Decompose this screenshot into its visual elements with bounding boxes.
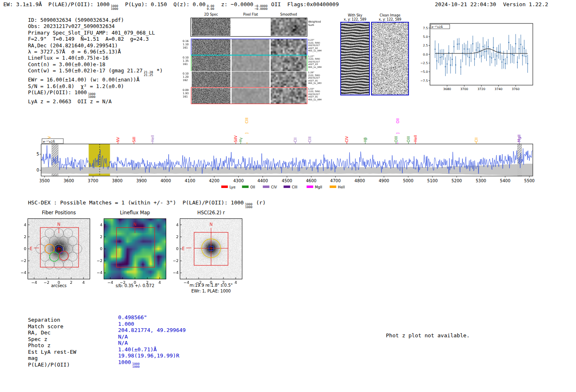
info-line: LyA z = 2.0663 OII z = N/A — [28, 98, 163, 104]
fiber-weights-label: 0.161.10161 — [183, 39, 190, 49]
data-point — [486, 51, 487, 52]
match-row: P(LAE)/P(OII)100010001000 — [28, 362, 186, 371]
x-tick-label: 4100 — [185, 179, 195, 183]
legend-label: CIV — [271, 185, 277, 189]
data-point — [489, 56, 490, 58]
text-segment: 19.98(19.96,19.99)R — [118, 353, 179, 359]
catalog-match-table: Separation0.498566"Match score1.000RA, D… — [28, 317, 186, 371]
meta-line: 1.53" — [308, 88, 327, 90]
match-row: RA, Dec204.821774, 49.299649 — [28, 329, 186, 336]
data-point — [502, 62, 503, 63]
report-datetime: 2024-10-21 22:04:30 — [435, 1, 496, 7]
data-point — [503, 59, 504, 60]
y-tick-label: 2 — [19, 234, 26, 239]
frac-bottom: 1000 — [111, 7, 118, 10]
legend-swatch — [330, 186, 336, 188]
text-segment: 0.498566" — [118, 314, 147, 320]
match-key: Separation — [28, 317, 118, 323]
extraction-box — [116, 227, 155, 267]
line-marker-label: MgII — [517, 135, 521, 142]
x-tick-label: −4 — [182, 280, 190, 285]
data-point — [495, 59, 496, 60]
pixel-flat-image — [232, 56, 269, 71]
line-marker-label: CIII — [308, 137, 312, 142]
line-marker-label: OIII — [406, 136, 411, 142]
data-point — [467, 49, 468, 50]
y-tick-label: 5 — [37, 152, 39, 156]
stacked-fraction: 0.000.00 — [207, 5, 214, 10]
text-segment: 204.821774, 49.299649 — [118, 327, 186, 333]
text-segment: *) — [153, 67, 163, 74]
text-segment: S/N = 1.6(±0.8) χ² = 1.2(±0.0) — [28, 83, 124, 89]
weight-line: 161 — [183, 46, 190, 49]
meta-line: 20231217 — [308, 60, 327, 63]
line-marker-label: CIV — [345, 136, 349, 142]
compass-north-label: N — [57, 222, 60, 227]
pixel-flat-image — [232, 39, 269, 55]
line-marker-label: HeII — [151, 135, 155, 142]
data-point — [469, 57, 470, 58]
info-line: Cont(w) = 1.50(±0.02)e-17 (gmag 21.2721.… — [28, 67, 163, 77]
weighted-smoothed-image — [271, 18, 307, 36]
x-tick-label: 4300 — [233, 179, 244, 183]
x-tick-label: 0 — [207, 280, 215, 285]
x-tick-label: 4000 — [160, 179, 171, 183]
frac-bottom: 0.00 — [207, 7, 214, 10]
line-marker-label: NV — [116, 137, 120, 142]
data-point — [434, 49, 436, 50]
meta-line: (122, 589) — [308, 42, 327, 44]
line-marker-label: CII — [293, 137, 297, 142]
line-marker-label: CIII — [245, 118, 249, 123]
cutout-panel: NE — [28, 218, 90, 279]
legend-swatch — [307, 186, 313, 188]
text-segment: 1.000 — [118, 321, 134, 327]
x-tick-label: 2 — [67, 280, 75, 285]
x-tick-label: 4 — [156, 280, 164, 285]
data-point — [436, 60, 437, 62]
y-tick-label: 0.0 — [423, 53, 428, 56]
clean-image — [371, 22, 409, 95]
fiber-meta-label: 1.53"(122, 589)20231217v027_01401_LL_064 — [308, 88, 327, 101]
cyan-divider-line — [191, 55, 307, 56]
weight-line: 0.10 — [183, 72, 190, 75]
info-line: EWr = 16.00(±14.00) (w: 0.00(±nan))Å — [28, 77, 163, 83]
match-value: N/A — [118, 340, 128, 346]
summary-header-line: EW: 3.1±1.9Å P(LAE)/P(OII): 100010001000… — [3, 1, 339, 10]
meta-line: v027_01 — [308, 95, 327, 98]
data-point — [465, 54, 467, 56]
stacked-fraction: 10001000 — [111, 5, 118, 10]
frac-bottom: 1000 — [245, 206, 252, 209]
with-sky-title: With Sky — [340, 14, 370, 17]
fiber-2d-spec-image — [192, 88, 230, 104]
fiber-positions-title: Fiber Positions — [28, 210, 90, 216]
x-tick-label: 5000 — [403, 179, 413, 183]
match-key: Est LyA rest-EW — [28, 349, 118, 355]
photz-note: Phot z plot not available. — [386, 332, 470, 339]
info-line: RA,Dec (204.821640,49.299541) — [28, 42, 163, 49]
info-line: F=2.9" T=0.149 N̄=1.51 A=0.82 g=24.3 — [28, 36, 163, 42]
stacked-fraction: −0.0000−0.0000 — [255, 5, 268, 10]
error-band — [41, 164, 533, 176]
info-line: P(LAE)/P(OII): 100010001000 — [28, 89, 163, 98]
y-tick-label: 0 — [37, 168, 39, 172]
meta-line: 0.23" — [308, 39, 327, 42]
y-tick-label: 0 — [171, 246, 179, 251]
text-segment: P(LAE)/P(OII): 1000 — [28, 89, 87, 95]
text-segment: P(Lyα): 0.150 Q(z): 0.00 — [118, 1, 205, 7]
data-point — [512, 54, 513, 55]
data-point — [453, 46, 455, 47]
data-point — [518, 48, 520, 49]
meta-line: (122, 589) — [308, 90, 327, 93]
elixer-detection-report: EW: 3.1±1.9Å P(LAE)/P(OII): 100010001000… — [0, 0, 576, 392]
data-point — [493, 47, 494, 48]
x-tick-label: 4500 — [282, 179, 292, 183]
data-point — [481, 56, 482, 57]
line-marker-label: CII — [474, 137, 478, 142]
text-segment: N/A — [118, 340, 128, 346]
y-tick-label: −4 — [171, 270, 179, 275]
weight-line: 1.93 — [183, 92, 190, 95]
data-point — [472, 43, 474, 44]
match-row: Photo zN/A — [28, 342, 186, 349]
legend-swatch — [283, 186, 290, 188]
match-row: Separation0.498566" — [28, 317, 186, 323]
